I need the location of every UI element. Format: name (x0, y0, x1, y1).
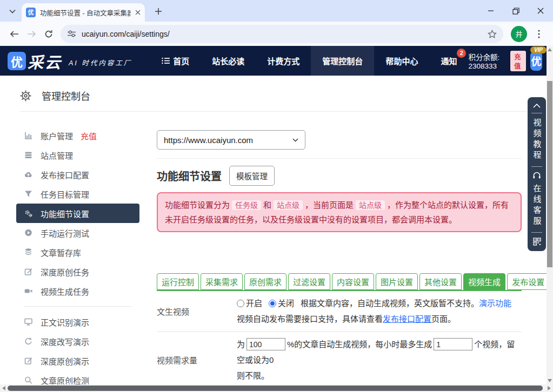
tab-search-button[interactable] (5, 4, 19, 18)
videos-per-hour-input[interactable] (434, 338, 472, 350)
reload-button[interactable] (40, 25, 57, 43)
sidebar-item-publish-api[interactable]: 发布接口配置 (16, 165, 139, 184)
tab-video-generation[interactable]: 视频生成 (463, 273, 505, 290)
vip-badge: VIP (530, 46, 547, 53)
browser-menu-button[interactable] (530, 25, 548, 43)
browser-tab[interactable]: 优 功能细节设置 - 自动文章采集器 (22, 3, 145, 22)
sidebar-item-label: 任务目标管理 (41, 188, 89, 200)
settings-tabs: 运行控制 采集需求 原创需求 过滤设置 内容设置 图片设置 其他设置 视频生成 … (157, 237, 522, 291)
radio-off[interactable] (269, 300, 276, 307)
video-percent-input[interactable] (246, 338, 285, 350)
site-navbar: 优 采云 AI 时代内容工厂 首页 站长必读 计费方式 管理控制台 帮助中心 通… (0, 46, 547, 76)
back-to-top-icon[interactable] (533, 104, 541, 108)
forward-button[interactable] (23, 25, 40, 43)
scroll-left-arrow[interactable] (2, 386, 5, 390)
sidebar-item-content-detect-demo[interactable]: 正文识别演示 (16, 312, 139, 332)
url-text[interactable]: ucaiyun.com/caiji/settings/ (82, 30, 488, 38)
bookmark-star-icon[interactable] (488, 30, 497, 38)
headset-icon[interactable] (532, 172, 541, 179)
sidebar-recharge-link[interactable]: 充值 (81, 130, 97, 141)
edit-icon (24, 267, 33, 276)
sidebar-item-original-demo[interactable]: 深度原创演示 (16, 351, 139, 370)
chevron-down-icon (9, 9, 16, 13)
nav-item-help[interactable]: 帮助中心 (374, 46, 429, 76)
online-service-button[interactable]: 在线客服 (533, 184, 541, 227)
filter-icon (24, 190, 33, 198)
window-controls (478, 0, 553, 22)
user-avatar[interactable]: 优 VIP (530, 51, 542, 71)
vertical-scrollbar[interactable] (547, 46, 553, 384)
tab-original-demand[interactable]: 原创需求 (244, 273, 287, 290)
scroll-right-arrow[interactable] (548, 386, 551, 390)
browser-profile-avatar[interactable]: 井 (511, 26, 527, 42)
nav-item-label: 站长必读 (212, 55, 244, 66)
new-tab-button[interactable] (152, 5, 164, 17)
divider (531, 166, 542, 167)
vertical-scrollbar-thumb[interactable] (547, 81, 552, 267)
tab-content-settings[interactable]: 内容设置 (332, 273, 374, 290)
section-title: 功能细节设置 (157, 168, 222, 184)
site-logo[interactable]: 优 采云 AI 时代内容工厂 (8, 50, 132, 72)
site-select-dropdown[interactable]: https://www.ucaiyun.com (157, 130, 305, 150)
row-label: 视频需求量 (157, 354, 237, 366)
tab-close-icon[interactable] (135, 10, 141, 15)
tab-other-settings[interactable]: 其他设置 (419, 273, 462, 290)
nav-item-must-read[interactable]: 站长必读 (201, 46, 256, 76)
nav-item-console[interactable]: 管理控制台 (311, 46, 374, 76)
gears-icon (24, 209, 33, 218)
edit-icon (24, 356, 33, 365)
back-button[interactable] (5, 25, 23, 43)
tab-collect-demand[interactable]: 采集需求 (201, 273, 243, 290)
server-icon (24, 151, 33, 159)
scroll-down-arrow[interactable] (548, 379, 552, 382)
sidebar: 账户管理 充值 站点管理 发布接口配置 任务目标管理 功能细节设置 (16, 126, 139, 384)
horizontal-scrollbar-thumb[interactable] (8, 386, 543, 391)
site-settings-icon[interactable] (67, 30, 76, 38)
nav-item-label: 帮助中心 (385, 55, 418, 66)
gear-icon (19, 90, 32, 102)
notice-tag-site-level: 站点级 (274, 200, 303, 210)
three-dot-menu-icon (538, 30, 540, 38)
minimize-button[interactable] (478, 0, 503, 22)
radio-off-label[interactable]: 关闭 (278, 299, 294, 308)
close-button[interactable] (528, 0, 553, 22)
nav-item-label: 管理控制台 (322, 55, 363, 66)
row-desc: 则不限。 (237, 371, 269, 380)
nav-item-home[interactable]: 首页 (150, 46, 201, 76)
tab-run-control[interactable]: 运行控制 (157, 273, 199, 290)
sidebar-item-article-storage[interactable]: 文章暂存库 (16, 242, 139, 262)
scroll-up-arrow[interactable] (548, 48, 552, 51)
video-camera-icon (24, 287, 33, 295)
video-tutorial-button[interactable]: 视频教程 (533, 118, 541, 161)
template-manage-button[interactable]: 模板管理 (229, 166, 275, 186)
tab-filter-settings[interactable]: 过滤设置 (288, 273, 330, 290)
sidebar-item-manual-test[interactable]: 手动运行测试 (16, 223, 139, 242)
play-circle-icon (24, 228, 33, 237)
sidebar-item-feature-settings[interactable]: 功能细节设置 (16, 204, 139, 223)
sidebar-item-rewrite-demo[interactable]: 深度改写演示 (16, 332, 139, 351)
nav-item-label: 首页 (173, 55, 189, 66)
page-content: 管理控制台 账户管理 充值 站点管理 发布接口配置 任务目标管理 (0, 76, 547, 384)
tab-publish-settings[interactable]: 发布设置 (507, 273, 547, 290)
sidebar-item-originality-check[interactable]: 文章原创检测 (16, 370, 139, 384)
recharge-button[interactable]: 充值 (510, 51, 526, 71)
sidebar-item-sites[interactable]: 站点管理 (16, 145, 139, 165)
cloud-upload-icon (24, 170, 33, 179)
tab-image-settings[interactable]: 图片设置 (376, 273, 418, 290)
demo-feature-link[interactable]: 演示功能 (479, 299, 511, 308)
nav-item-billing[interactable]: 计费方式 (256, 46, 311, 76)
restore-button[interactable] (503, 0, 528, 22)
radio-on[interactable] (237, 300, 244, 307)
sidebar-item-account[interactable]: 账户管理 充值 (16, 126, 139, 145)
sidebar-item-deep-original-task[interactable]: 深度原创任务 (16, 262, 139, 281)
qr-code-icon[interactable] (533, 238, 541, 246)
nav-item-notifications[interactable]: 通知 2 (429, 46, 468, 76)
address-bar[interactable]: ucaiyun.com/caiji/settings/ (61, 25, 503, 43)
sidebar-item-video-task[interactable]: 视频生成任务 (16, 281, 139, 301)
publish-api-link[interactable]: 发布接口配置 (383, 314, 431, 323)
row-desc: 视频自动发布需要接口支持，具体请查看 (237, 314, 383, 323)
horizontal-scrollbar[interactable] (0, 384, 553, 392)
sidebar-item-task-targets[interactable]: 任务目标管理 (16, 184, 139, 204)
database-icon (24, 248, 33, 256)
radio-on-label[interactable]: 开启 (246, 299, 262, 308)
